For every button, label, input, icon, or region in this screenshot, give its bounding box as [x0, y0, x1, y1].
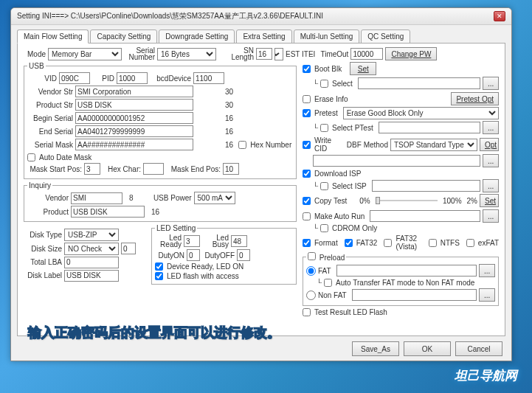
- autorun-check[interactable]: [303, 212, 311, 220]
- pid-input[interactable]: [117, 72, 148, 84]
- select-isp-check[interactable]: [320, 182, 328, 190]
- auto-date-check[interactable]: [27, 153, 35, 161]
- tab-capacity[interactable]: Capacity Setting: [90, 29, 157, 44]
- nonfat-input: [352, 289, 477, 301]
- write-cid-check[interactable]: [303, 141, 311, 149]
- isp-browse-button[interactable]: ...: [483, 179, 499, 192]
- timeout-input[interactable]: [350, 48, 383, 60]
- led-ready-on-check[interactable]: [155, 262, 163, 271]
- copy-test-label: Copy Test: [314, 197, 347, 205]
- boot-select-check[interactable]: [320, 80, 328, 88]
- led-flash-check[interactable]: [155, 272, 163, 280]
- download-isp-check[interactable]: [303, 170, 311, 178]
- led-busy-input[interactable]: [231, 235, 247, 247]
- pretest-check[interactable]: [303, 109, 311, 117]
- settings-window: Setting INI===> C:\Users\PConline\Downlo…: [10, 7, 512, 361]
- serial-num-select[interactable]: 16 Bytes: [157, 48, 216, 60]
- preload-check[interactable]: [308, 252, 316, 260]
- disk-size-select[interactable]: NO Check: [64, 243, 119, 255]
- button-row: Save_As OK Cancel: [352, 341, 502, 356]
- end-serial-input[interactable]: [75, 125, 193, 137]
- begin-serial-input[interactable]: [75, 112, 193, 124]
- led-busy-label: Led Busy: [202, 234, 229, 248]
- mask-end-input: [223, 163, 239, 175]
- copy-slider[interactable]: [376, 200, 438, 201]
- disk-label-input[interactable]: [64, 270, 119, 282]
- select-ptest-check[interactable]: [320, 124, 328, 132]
- select-ptest-input[interactable]: [379, 122, 480, 133]
- fat32-label: FAT32: [356, 239, 378, 247]
- pretest-opt-button[interactable]: Pretest Opt: [451, 92, 499, 105]
- product-str-input[interactable]: [75, 99, 193, 111]
- main-panel: Mode Memory Bar Serial Number 16 Bytes S…: [17, 43, 505, 336]
- copy-val-label: 2%: [467, 197, 477, 205]
- vendor-str-len: 30: [225, 88, 233, 96]
- title-bar[interactable]: Setting INI===> C:\Users\PConline\Downlo…: [11, 8, 511, 25]
- annotation-text: 输入正确密码后的设置界面可以进行修改。: [28, 324, 280, 341]
- select-isp-label: Select ISP: [332, 182, 367, 190]
- erase-info-check[interactable]: [303, 95, 311, 103]
- ptest-browse-button[interactable]: ...: [483, 121, 499, 134]
- usb-power-label: USB Power: [136, 194, 192, 202]
- boot-select-input[interactable]: [358, 77, 480, 89]
- cdrom-check[interactable]: [320, 224, 328, 232]
- sn-length-input[interactable]: [256, 48, 272, 60]
- cid-browse-button[interactable]: ...: [483, 154, 499, 167]
- vendor-str-label: Vendor Str: [27, 88, 73, 96]
- led-ready-input[interactable]: [184, 235, 200, 247]
- serial-mask-input[interactable]: [75, 139, 193, 150]
- dbf-opt-button[interactable]: Opt: [480, 138, 499, 151]
- inq-product-input[interactable]: [71, 206, 145, 218]
- fat32-check[interactable]: [345, 239, 353, 247]
- pid-label: PID: [92, 74, 114, 83]
- sn-dropdown[interactable]: [274, 48, 283, 60]
- change-pw-button[interactable]: Change PW: [385, 47, 437, 60]
- tab-multi-lun[interactable]: Multi-lun Setting: [294, 29, 360, 44]
- usb-legend: USB: [27, 62, 46, 70]
- fat-radio: [306, 266, 316, 276]
- tab-downgrade[interactable]: Downgrade Setting: [159, 29, 235, 44]
- tab-extra[interactable]: Extra Setting: [236, 29, 291, 44]
- exfat-check[interactable]: [466, 239, 474, 247]
- tab-main-flow[interactable]: Main Flow Setting: [17, 29, 89, 44]
- cancel-button[interactable]: Cancel: [455, 341, 502, 356]
- disk-label-label: Disk Label: [24, 271, 62, 279]
- autorun-browse-button[interactable]: ...: [483, 209, 499, 223]
- tab-qc[interactable]: QC Setting: [361, 29, 410, 44]
- boot-browse-button[interactable]: ...: [483, 77, 499, 90]
- cid-path-input[interactable]: [313, 155, 480, 167]
- inq-vendor-input[interactable]: [71, 192, 122, 204]
- copy-test-check[interactable]: [303, 197, 311, 205]
- save-as-button[interactable]: Save_As: [352, 341, 399, 356]
- boot-set-button[interactable]: Set: [350, 62, 376, 75]
- fat32v-check[interactable]: [384, 239, 392, 247]
- boot-blk-check[interactable]: [303, 65, 311, 73]
- copy-set-button[interactable]: Set: [480, 194, 499, 207]
- vendor-str-input[interactable]: [75, 86, 193, 97]
- mode-label: Mode: [24, 50, 46, 58]
- inq-vendor-label: Vendor: [27, 194, 69, 202]
- test-result-label: Test Result LED Flash: [314, 308, 387, 316]
- end-len: 16: [225, 128, 233, 136]
- mask-start-input: [84, 163, 100, 175]
- mode-select[interactable]: Memory Bar: [48, 48, 122, 60]
- hex-number-check[interactable]: [238, 141, 246, 149]
- bcd-input[interactable]: [193, 72, 224, 84]
- dutyoff-input[interactable]: [237, 249, 250, 261]
- close-icon[interactable]: ✕: [494, 11, 505, 21]
- cdrom-label: CDROM Only: [332, 224, 377, 232]
- format-check[interactable]: [303, 239, 311, 247]
- usb-power-select[interactable]: 500 mA: [194, 192, 235, 204]
- ok-button[interactable]: OK: [404, 341, 451, 356]
- disk-size-val[interactable]: [121, 243, 136, 254]
- ntfs-check[interactable]: [429, 239, 437, 247]
- pretest-select[interactable]: Erase Good Block Only: [343, 107, 499, 119]
- disk-type-select[interactable]: USB-ZIP: [64, 229, 119, 241]
- vid-input[interactable]: [59, 72, 90, 84]
- mask-start-label: Mask Start Pos:: [27, 165, 82, 173]
- dbf-select[interactable]: TSOP Standard Type: [390, 139, 477, 151]
- autorun-input[interactable]: [370, 210, 480, 222]
- dutyon-input[interactable]: [187, 249, 200, 261]
- select-isp-input[interactable]: [372, 180, 480, 192]
- tab-bar: Main Flow Setting Capacity Setting Downg…: [11, 25, 511, 44]
